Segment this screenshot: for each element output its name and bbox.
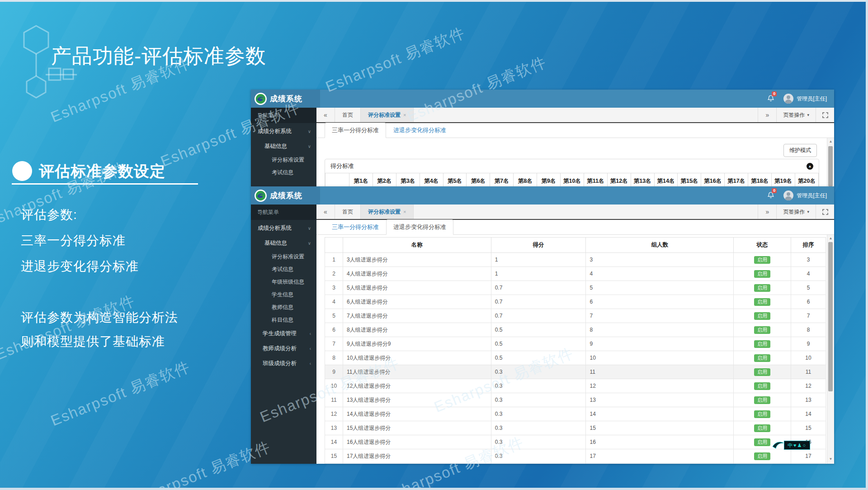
subtab-progress-change-score[interactable]: 进退步变化得分标准 <box>386 123 453 138</box>
table-cell-name: 3人组进退步得分 <box>343 253 491 267</box>
fullscreen-icon[interactable] <box>816 108 834 122</box>
sidebar-subitem[interactable]: 科目信息 <box>251 314 316 326</box>
scrollbar-up-icon[interactable]: ▲ <box>827 139 834 144</box>
table-cell-name: 18人组进退步得分 <box>343 463 491 464</box>
subtab-three-rate-score[interactable]: 三率一分得分标准 <box>325 219 386 235</box>
maintain-mode-button[interactable]: 维护模式 <box>783 144 817 157</box>
app-logo-icon <box>255 190 267 202</box>
table-row[interactable]: 1517人组进退步得分0.317启用17 <box>325 449 826 463</box>
status-badge: 启用 <box>754 312 770 320</box>
table-row[interactable]: 911人组进退步得分0.311启用11 <box>325 365 826 379</box>
table-row[interactable]: 46人组进退步得分0.76启用6 <box>325 295 826 309</box>
rank-column-header: 第14名 <box>654 173 678 187</box>
sidebar-sublist: 评分标准设置考试信息 <box>251 153 316 179</box>
table-row[interactable]: 57人组进退步得分0.77启用7 <box>325 309 826 323</box>
scrollbar-up-icon[interactable]: ▲ <box>827 236 834 241</box>
status-cell: 启用 <box>734 449 791 463</box>
chevron-down-icon: ∨ <box>308 226 311 231</box>
scrollbar-thumb[interactable] <box>828 242 833 391</box>
sidebar-group-item[interactable]: 学生成绩管理‹ <box>251 326 316 341</box>
table-cell-no: 14 <box>325 435 343 449</box>
scrollbar-vertical[interactable]: ▲ ▼ <box>827 235 834 464</box>
rank-column-header: 第12名 <box>607 173 631 187</box>
table-row[interactable]: 24人组进退步得分14启用4 <box>325 267 826 281</box>
table-header-row: 名称 得分 组人数 状态 排序 <box>325 238 826 253</box>
sidebar-subitem[interactable]: 教师信息 <box>251 301 316 314</box>
scrollbar-vertical[interactable]: ▲ <box>827 138 834 186</box>
sidebar-item-basic-info[interactable]: 基础信息 ∨ <box>251 139 316 153</box>
score-standard-panel: 得分标准 ▲ 第1名第2名第3名第4名第5名第6名第7名第8名第9名第10名第1… <box>325 159 819 186</box>
table-cell-score: 0.3 <box>491 449 586 463</box>
fullscreen-icon[interactable] <box>816 205 834 219</box>
rank-empty-header <box>326 173 349 187</box>
sidebar-subitem[interactable]: 学生信息 <box>251 288 316 301</box>
scroll-tabs-left-button[interactable]: « <box>316 108 335 122</box>
collapse-panel-icon[interactable]: ▲ <box>807 163 813 170</box>
tool-overlay-glyphs: 中♥♟○ <box>784 441 810 450</box>
sidebar-subitem[interactable]: 评分标准设置 <box>251 250 316 263</box>
close-icon[interactable]: × <box>403 209 406 214</box>
sidebar-group-item[interactable]: 班级成绩分析‹ <box>251 356 316 371</box>
tab-score-standard-settings[interactable]: 评分标准设置 × <box>361 205 414 219</box>
table-row[interactable]: 1416人组进退步得分0.316启用16 <box>325 435 826 449</box>
notification-bell-icon[interactable]: 0 <box>767 95 775 103</box>
table-row[interactable]: 1618人组进退步得分0.318启用18 <box>325 463 826 464</box>
status-badge: 启用 <box>754 284 770 292</box>
notification-bell-icon[interactable]: 0 <box>767 191 775 200</box>
sidebar-subitem[interactable]: 考试信息 <box>251 166 316 179</box>
table-row[interactable]: 13人组进退步得分13启用3 <box>325 253 826 267</box>
col-header-index <box>325 238 343 253</box>
status-badge: 启用 <box>754 424 770 432</box>
user-name: 管理员[主任] <box>797 95 827 103</box>
scroll-tabs-left-button[interactable]: « <box>316 205 335 219</box>
scrollbar-thumb[interactable] <box>828 146 833 186</box>
close-icon[interactable]: × <box>403 112 406 118</box>
table-row[interactable]: 1113人组进退步得分0.313启用13 <box>325 393 826 407</box>
sidebar-subitem[interactable]: 考试信息 <box>251 263 316 276</box>
table-cell-order: 3 <box>791 253 826 267</box>
rank-column-header: 第4名 <box>420 173 443 187</box>
table-cell-name: 14人组进退步得分 <box>343 407 491 421</box>
sidebar-subitem[interactable]: 年级班级信息 <box>251 276 316 288</box>
status-badge: 启用 <box>754 270 770 278</box>
tab-home[interactable]: 首页 <box>335 108 361 122</box>
app-brand: 成绩系统 <box>251 90 320 108</box>
table-row[interactable]: 1315人组进退步得分0.315启用15 <box>325 421 826 435</box>
table-cell-size: 14 <box>586 407 734 421</box>
table-cell-score: 0.3 <box>491 463 586 464</box>
tab-operations-dropdown[interactable]: 页签操作▾ <box>776 108 816 122</box>
sidebar-item-score-analysis[interactable]: 成绩分析系统 ∨ <box>251 220 316 236</box>
table-row[interactable]: 79人组进退步得分90.59启用9 <box>325 337 826 351</box>
table-row[interactable]: 68人组进退步得分0.58启用8 <box>325 323 826 337</box>
sidebar-group-item[interactable]: 教师成绩分析‹ <box>251 341 316 356</box>
panel-title-row: 得分标准 ▲ <box>325 159 819 173</box>
tab-home[interactable]: 首页 <box>335 205 361 219</box>
sidebar-item-basic-info[interactable]: 基础信息 ∨ <box>251 236 316 250</box>
subtab-three-rate-score[interactable]: 三率一分得分标准 <box>325 123 386 138</box>
tab-score-standard-settings[interactable]: 评分标准设置 × <box>361 108 414 122</box>
tab-operations-dropdown[interactable]: 页签操作▾ <box>776 205 816 219</box>
sidebar-subitem[interactable]: 评分标准设置 <box>251 153 316 166</box>
table-cell-size: 11 <box>586 365 734 379</box>
user-menu[interactable]: 管理员[主任] <box>783 94 827 104</box>
table-cell-order: 15 <box>791 421 826 435</box>
table-cell-order: 4 <box>791 267 826 281</box>
table-cell-size: 18 <box>586 463 734 464</box>
subtab-progress-change-score[interactable]: 进退步变化得分标准 <box>386 219 453 235</box>
scrollbar-down-icon[interactable]: ▼ <box>827 457 834 462</box>
rank-column-header: 第5名 <box>443 173 467 187</box>
table-cell-size: 13 <box>586 393 734 407</box>
rank-column-header: 第18名 <box>748 173 772 187</box>
table-cell-order: 12 <box>791 379 826 393</box>
table-cell-score: 0.7 <box>491 281 586 295</box>
user-menu[interactable]: 管理员[主任] <box>783 190 827 200</box>
table-row[interactable]: 1214人组进退步得分0.314启用14 <box>325 407 826 421</box>
table-row[interactable]: 810人组进退步得分0.510启用10 <box>325 351 826 365</box>
table-row[interactable]: 1012人组进退步得分0.312启用12 <box>325 379 826 393</box>
scroll-tabs-right-button[interactable]: » <box>758 205 776 219</box>
body-line: 评估参数为构造智能分析法 <box>21 309 178 326</box>
app-header: 成绩系统 0 管理员[主任] <box>251 90 834 108</box>
table-row[interactable]: 35人组进退步得分0.75启用5 <box>325 281 826 295</box>
sidebar-item-score-analysis[interactable]: 成绩分析系统 ∨ <box>251 123 316 139</box>
scroll-tabs-right-button[interactable]: » <box>758 108 776 122</box>
